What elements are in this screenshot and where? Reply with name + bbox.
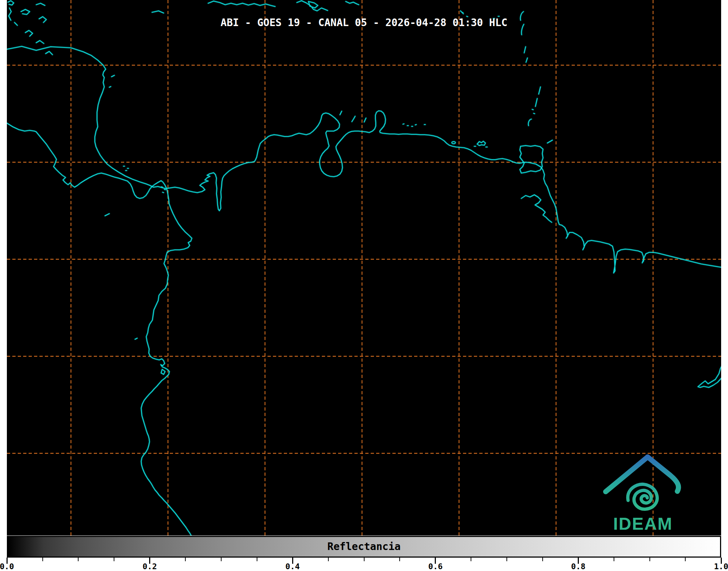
colorbar-minor-tick: [649, 558, 650, 561]
map-svg: IDEAM: [0, 0, 728, 536]
colorbar-minor-tick: [185, 558, 186, 561]
colorbar-tick-label: 1.0: [714, 562, 728, 571]
colorbar-minor-tick: [399, 558, 400, 561]
colorbar-minor-tick: [685, 558, 686, 561]
colorbar-minor-tick: [364, 558, 365, 561]
colorbar-minor-tick: [114, 558, 114, 561]
figure: { "title": "ABI - GOES 19 - CANAL 05 - 2…: [0, 0, 728, 571]
logo-text: IDEAM: [613, 514, 673, 533]
colorbar-tick-label: 0.4: [285, 562, 300, 571]
colorbar-tick-label: 0.0: [0, 562, 14, 571]
colorbar-minor-tick: [614, 558, 614, 561]
colorbar-minor-tick: [506, 558, 507, 561]
colorbar-minor-tick: [78, 558, 79, 561]
colorbar-minor-tick: [471, 558, 471, 561]
colorbar-tick-label: 0.8: [571, 562, 586, 571]
satellite-map: IDEAM ABI - GOES 19 - CANAL 05 - 2026-04…: [0, 0, 728, 536]
colorbar-tick-label: 0.6: [428, 562, 443, 571]
colorbar-minor-tick: [42, 558, 43, 561]
colorbar-minor-tick: [257, 558, 257, 561]
image-title: ABI - GOES 19 - CANAL 05 - 2026-04-28 01…: [7, 17, 721, 29]
colorbar-minor-tick: [328, 558, 329, 561]
colorbar: Reflectancia: [7, 536, 721, 558]
colorbar-minor-tick: [221, 558, 222, 561]
colorbar-tick-label: 0.2: [143, 562, 157, 571]
colorbar-minor-tick: [542, 558, 543, 561]
colorbar-label: Reflectancia: [8, 537, 720, 557]
